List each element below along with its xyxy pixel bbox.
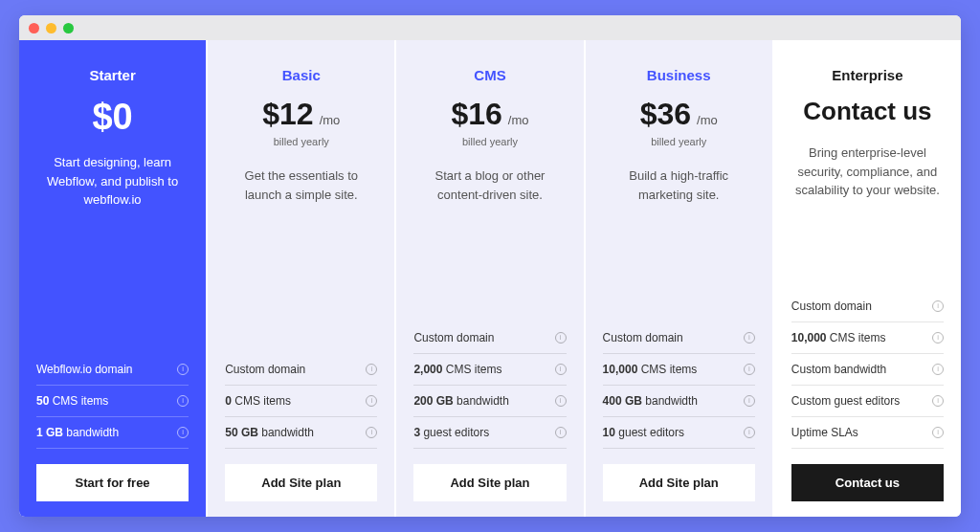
feature-label: bandwidth (642, 394, 698, 408)
plan-feature: 10,000 CMS itemsi (603, 354, 755, 386)
maximize-icon[interactable] (63, 23, 74, 33)
plan-per: /mo (508, 113, 529, 127)
feature-text: 400 GB bandwidth (603, 394, 698, 408)
plan-cta-button[interactable]: Add Site plan (225, 464, 377, 501)
feature-label: bandwidth (258, 426, 314, 439)
plan-name: Basic (225, 67, 377, 83)
info-icon[interactable]: i (555, 332, 567, 344)
plan-billing-note: billed yearly (603, 136, 755, 147)
info-icon[interactable]: i (932, 395, 944, 407)
info-icon[interactable]: i (177, 395, 189, 407)
info-icon[interactable]: i (366, 395, 377, 407)
plan-features: Custom domaini0 CMS itemsi50 GB bandwidt… (225, 354, 377, 449)
plan-billing-note: billed yearly (225, 136, 377, 147)
feature-text: 50 GB bandwidth (225, 426, 314, 439)
feature-bold: 400 GB (603, 394, 642, 408)
feature-label: CMS items (827, 331, 886, 344)
plan-name: Starter (36, 67, 189, 83)
info-icon[interactable]: i (177, 364, 189, 375)
plan-feature: Custom domaini (791, 291, 944, 322)
plan-feature: Custom domaini (603, 322, 755, 354)
info-icon[interactable]: i (932, 364, 944, 375)
plan-price: $0 (92, 97, 132, 138)
plan-feature: Uptime SLAsi (791, 417, 944, 449)
feature-text: 2,000 CMS items (413, 363, 501, 376)
plan-price: $36 (640, 97, 691, 132)
plan-price-row: $0 (36, 97, 189, 138)
plan-price-row: $16/mo (413, 97, 566, 132)
plan-feature: Custom bandwidthi (791, 354, 944, 386)
plan-price-row: $12/mo (225, 97, 377, 132)
feature-label: guest editors (615, 426, 684, 439)
feature-label: Uptime SLAs (791, 426, 858, 439)
info-icon[interactable]: i (932, 300, 944, 312)
feature-text: 0 CMS items (225, 394, 291, 408)
info-icon[interactable]: i (555, 364, 567, 375)
plan-description: Start a blog or other content-driven sit… (413, 166, 566, 222)
feature-text: Custom bandwidth (791, 363, 886, 376)
feature-bold: 2,000 (413, 363, 442, 376)
feature-label: bandwidth (63, 426, 119, 439)
feature-text: 3 guest editors (413, 426, 489, 439)
feature-label: CMS items (49, 394, 108, 408)
plan-description: Start designing, learn Webflow, and publ… (36, 153, 189, 210)
feature-bold: 10 (603, 426, 615, 439)
plan-cta-button[interactable]: Add Site plan (603, 464, 755, 501)
plan-name: Business (603, 67, 755, 83)
plan-feature: Custom domaini (225, 354, 377, 386)
plan-feature: Webflow.io domaini (36, 354, 189, 386)
plan-price-row: $36/mo (603, 97, 755, 132)
info-icon[interactable]: i (744, 332, 755, 344)
info-icon[interactable]: i (744, 395, 755, 407)
pricing-table: Starter$0Start designing, learn Webflow,… (19, 40, 961, 517)
feature-label: Custom guest editors (791, 394, 900, 408)
plan-per: /mo (320, 113, 341, 127)
feature-bold: 1 GB (36, 426, 63, 439)
feature-label: CMS items (442, 363, 501, 376)
feature-label: CMS items (232, 394, 291, 408)
feature-label: Webflow.io domain (36, 363, 133, 376)
plan-cta-button[interactable]: Start for free (36, 464, 189, 501)
plan-feature: 50 GB bandwidthi (225, 417, 377, 449)
minimize-icon[interactable] (46, 23, 56, 33)
feature-label: bandwidth (454, 394, 509, 408)
feature-text: Custom domain (413, 331, 494, 344)
plan-description: Build a high-traffic marketing site. (603, 166, 755, 222)
plan-features: Custom domaini10,000 CMS itemsiCustom ba… (791, 291, 944, 449)
info-icon[interactable]: i (744, 427, 755, 438)
plan-price: $16 (451, 97, 501, 132)
plan-column-starter: Starter$0Start designing, learn Webflow,… (19, 40, 206, 517)
plan-name: CMS (413, 67, 566, 83)
plan-feature: 50 CMS itemsi (36, 386, 189, 417)
plan-feature: Custom guest editorsi (791, 386, 944, 417)
plan-column-basic: Basic$12/mobilled yearlyGet the essentia… (208, 40, 394, 517)
close-icon[interactable] (29, 23, 39, 33)
plan-cta-button[interactable]: Add Site plan (413, 464, 566, 501)
info-icon[interactable]: i (932, 427, 944, 438)
info-icon[interactable]: i (744, 364, 755, 375)
feature-text: Custom domain (791, 299, 872, 313)
info-icon[interactable]: i (366, 427, 377, 438)
info-icon[interactable]: i (366, 364, 377, 375)
plan-cta-button[interactable]: Contact us (791, 464, 944, 501)
plan-description: Bring enterprise-level security, complia… (791, 144, 944, 200)
feature-text: 10,000 CMS items (791, 331, 886, 344)
info-icon[interactable]: i (177, 427, 189, 438)
plan-feature: 400 GB bandwidthi (603, 386, 755, 417)
plan-price: $12 (262, 97, 313, 132)
info-icon[interactable]: i (555, 395, 567, 407)
plan-feature: 1 GB bandwidthi (36, 417, 189, 449)
info-icon[interactable]: i (555, 427, 567, 438)
feature-label: Custom bandwidth (791, 363, 886, 376)
plan-features: Custom domaini10,000 CMS itemsi400 GB ba… (603, 322, 755, 449)
feature-bold: 10,000 (791, 331, 827, 344)
feature-label: Custom domain (225, 363, 305, 376)
plan-features: Webflow.io domaini50 CMS itemsi1 GB band… (36, 354, 189, 449)
plan-contact-label: Contact us (791, 97, 944, 126)
info-icon[interactable]: i (932, 332, 944, 344)
feature-text: 10 guest editors (603, 426, 684, 439)
feature-text: Custom domain (603, 331, 683, 344)
plan-name: Enterprise (791, 67, 944, 83)
plan-description: Get the essentials to launch a simple si… (225, 166, 377, 222)
feature-text: Custom domain (225, 363, 305, 376)
